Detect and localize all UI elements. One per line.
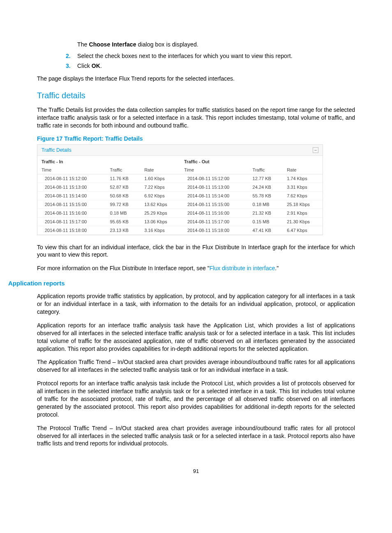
cell-time: 2014-08-11 15:12:00 — [180, 174, 249, 183]
paragraph-after-steps: The page displays the Interface Flux Tre… — [37, 75, 355, 83]
col-traffic: Traffic — [249, 166, 283, 174]
paragraph-app-2: Application reports for an interface tra… — [37, 322, 355, 353]
collapse-icon[interactable]: – — [313, 147, 318, 153]
table-row: 2014-08-11 15:18:0023.13 KB3.16 Kbps — [37, 226, 180, 234]
cell-time: 2014-08-11 15:14:00 — [180, 191, 249, 200]
figure-caption: Figure 17 Traffic Report: Traffic Detail… — [37, 135, 355, 142]
heading-traffic-details: Traffic details — [37, 91, 355, 100]
cell-rate: 3.16 Kbps — [140, 226, 180, 234]
cell-rate: 7.22 Kbps — [140, 183, 180, 191]
cell-traffic: 0.18 MB — [106, 209, 141, 217]
traffic-out-label: Traffic - Out — [180, 156, 323, 166]
traffic-out-table: Time Traffic Rate 2014-08-11 15:12:0012.… — [180, 166, 323, 235]
cell-rate: 1.60 Kbps — [140, 174, 180, 183]
cell-rate: 21.30 Kbps — [283, 217, 323, 226]
col-time: Time — [180, 166, 249, 174]
cell-time: 2014-08-11 15:12:00 — [37, 174, 106, 183]
col-rate: Rate — [140, 166, 180, 174]
col-rate: Rate — [283, 166, 323, 174]
step-2-number: 2. — [66, 53, 77, 59]
cell-rate: 1.74 Kbps — [283, 174, 323, 183]
table-row: 2014-08-11 15:13:0024.24 KB3.31 Kbps — [180, 183, 323, 191]
cell-time: 2014-08-11 15:13:00 — [180, 183, 249, 191]
table-row: 2014-08-11 15:12:0011.76 KB1.60 Kbps — [37, 174, 180, 183]
cell-traffic: 95.65 KB — [106, 217, 141, 226]
cell-time: 2014-08-11 15:18:00 — [180, 226, 249, 234]
cell-rate: 13.62 Kbps — [140, 200, 180, 209]
more-info-post: ." — [275, 265, 279, 271]
paragraph-more-info: For more information on the Flux Distrib… — [37, 264, 355, 272]
page-number: 91 — [37, 468, 355, 474]
cell-traffic: 47.41 KB — [249, 226, 283, 234]
cell-time: 2014-08-11 15:15:00 — [37, 200, 106, 209]
col-time: Time — [37, 166, 106, 174]
paragraph-app-5: The Protocol Traffic Trend – In/Out stac… — [37, 424, 355, 448]
table-row: 2014-08-11 15:18:0047.41 KB6.47 Kbps — [180, 226, 323, 234]
cell-traffic: 12.77 KB — [249, 174, 283, 183]
table-row: 2014-08-11 15:12:0012.77 KB1.74 Kbps — [180, 174, 323, 183]
cell-rate: 25.18 Kbps — [283, 200, 323, 209]
table-row: 2014-08-11 15:17:0095.65 KB13.06 Kbps — [37, 217, 180, 226]
cell-time: 2014-08-11 15:14:00 — [37, 191, 106, 200]
cell-traffic: 0.15 MB — [249, 217, 283, 226]
cell-time: 2014-08-11 15:17:00 — [180, 217, 249, 226]
table-row: 2014-08-11 15:13:0052.87 KB7.22 Kbps — [37, 183, 180, 191]
cell-rate: 25.29 Kbps — [140, 209, 180, 217]
cell-rate: 2.91 Kbps — [283, 209, 323, 217]
cell-traffic: 23.13 KB — [106, 226, 141, 234]
table-row: 2014-08-11 15:14:0050.68 KB6.92 Kbps — [37, 191, 180, 200]
traffic-in-table: Time Traffic Rate 2014-08-11 15:12:0011.… — [37, 166, 180, 235]
cell-traffic: 99.72 KB — [106, 200, 141, 209]
step-2-body: Select the check boxes next to the inter… — [77, 53, 293, 59]
screenshot-traffic-details: Traffic Details – Traffic - In Time Traf… — [37, 144, 323, 235]
table-row: 2014-08-11 15:16:0021.32 KB2.91 Kbps — [180, 209, 323, 217]
cell-time: 2014-08-11 15:16:00 — [180, 209, 249, 217]
table-row: 2014-08-11 15:16:000.18 MB25.29 Kbps — [37, 209, 180, 217]
cell-traffic: 0.18 MB — [249, 200, 283, 209]
cell-traffic: 21.32 KB — [249, 209, 283, 217]
panel-title: Traffic Details — [42, 147, 71, 153]
cell-time: 2014-08-11 15:13:00 — [37, 183, 106, 191]
table-row: 2014-08-11 15:17:000.15 MB21.30 Kbps — [180, 217, 323, 226]
paragraph-app-3: The Application Traffic Trend – In/Out s… — [37, 358, 355, 374]
table-row: 2014-08-11 15:14:0055.78 KB7.62 Kbps — [180, 191, 323, 200]
cell-rate: 13.06 Kbps — [140, 217, 180, 226]
cell-traffic: 50.68 KB — [106, 191, 141, 200]
traffic-in-label: Traffic - In — [37, 156, 180, 166]
table-row: 2014-08-11 15:15:0099.72 KB13.62 Kbps — [37, 200, 180, 209]
cell-rate: 3.31 Kbps — [283, 183, 323, 191]
cell-time: 2014-08-11 15:16:00 — [37, 209, 106, 217]
cell-rate: 6.47 Kbps — [283, 226, 323, 234]
col-traffic: Traffic — [106, 166, 141, 174]
cell-time: 2014-08-11 15:15:00 — [180, 200, 249, 209]
flux-distribute-link[interactable]: Flux distribute in interface — [210, 265, 275, 271]
table-row: 2014-08-11 15:15:000.18 MB25.18 Kbps — [180, 200, 323, 209]
heading-application-reports: Application reports — [8, 280, 355, 287]
cell-rate: 7.62 Kbps — [283, 191, 323, 200]
paragraph-app-4: Protocol reports for an interface traffi… — [37, 380, 355, 418]
cell-traffic: 24.24 KB — [249, 183, 283, 191]
step-3-number: 3. — [66, 63, 77, 69]
paragraph-view-chart: To view this chart for an individual int… — [37, 243, 355, 259]
cell-rate: 6.92 Kbps — [140, 191, 180, 200]
paragraph-app-1: Application reports provide traffic stat… — [37, 292, 355, 316]
more-info-pre: For more information on the Flux Distrib… — [37, 265, 210, 271]
cell-traffic: 55.78 KB — [249, 191, 283, 200]
paragraph-traffic-details: The Traffic Details list provides the da… — [37, 106, 355, 130]
step-3-body: Click OK. — [77, 63, 102, 69]
cell-traffic: 11.76 KB — [106, 174, 141, 183]
cell-time: 2014-08-11 15:17:00 — [37, 217, 106, 226]
cell-traffic: 52.87 KB — [106, 183, 141, 191]
step-pretext: The Choose Interface dialog box is displ… — [77, 41, 355, 48]
cell-time: 2014-08-11 15:18:00 — [37, 226, 106, 234]
